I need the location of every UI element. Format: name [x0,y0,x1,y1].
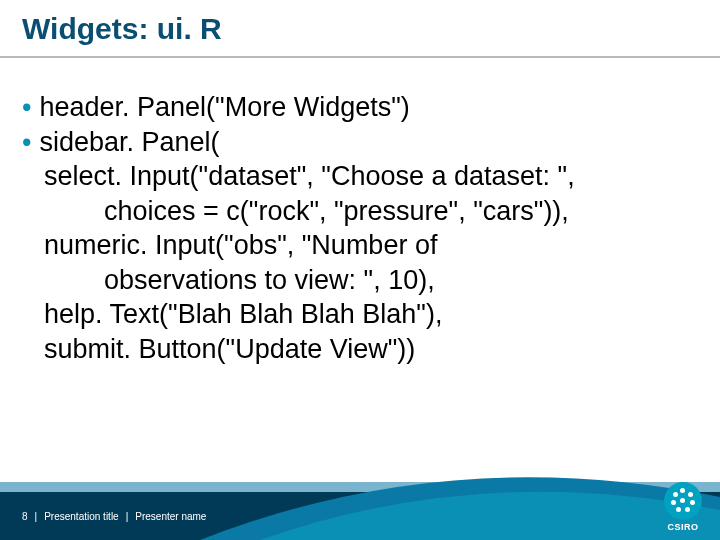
line-5: numeric. Input("obs", "Number of [44,230,437,260]
line-8: submit. Button("Update View")) [44,334,415,364]
bullet-dot-icon: • [22,125,31,160]
line-1: header. Panel("More Widgets") [39,90,409,125]
swoosh-icon [0,462,720,540]
line-4: choices = c("rock", "pressure", "cars"))… [104,196,569,226]
logo-text: CSIRO [667,522,698,532]
footer-title: Presentation title [44,511,119,522]
code-line: numeric. Input("obs", "Number of [22,228,698,263]
footer-text: 8 | Presentation title | Presenter name [22,511,206,522]
code-line: choices = c("rock", "pressure", "cars"))… [22,194,698,229]
title-divider [0,56,720,58]
slide: Widgets: ui. R • header. Panel("More Wid… [0,0,720,540]
separator-icon: | [35,511,38,522]
line-3: select. Input("dataset", "Choose a datas… [44,161,575,191]
footer-presenter: Presenter name [135,511,206,522]
separator-icon: | [126,511,129,522]
bullet-2: • sidebar. Panel( [22,125,698,160]
code-line: select. Input("dataset", "Choose a datas… [22,159,698,194]
line-7: help. Text("Blah Blah Blah Blah"), [44,299,442,329]
footer-swoosh [0,462,720,540]
code-line: submit. Button("Update View")) [22,332,698,367]
code-line: help. Text("Blah Blah Blah Blah"), [22,297,698,332]
footer: 8 | Presentation title | Presenter name [0,462,720,540]
bullet-1: • header. Panel("More Widgets") [22,90,698,125]
line-6: observations to view: ", 10), [104,265,435,295]
bullet-dot-icon: • [22,90,31,125]
line-2: sidebar. Panel( [39,125,219,160]
logo-circle-icon [664,482,702,520]
code-line: observations to view: ", 10), [22,263,698,298]
logo: CSIRO [664,482,702,532]
page-number: 8 [22,511,28,522]
content-block: • header. Panel("More Widgets") • sideba… [22,90,698,366]
page-title: Widgets: ui. R [22,12,222,46]
logo-dots-icon [670,488,696,514]
